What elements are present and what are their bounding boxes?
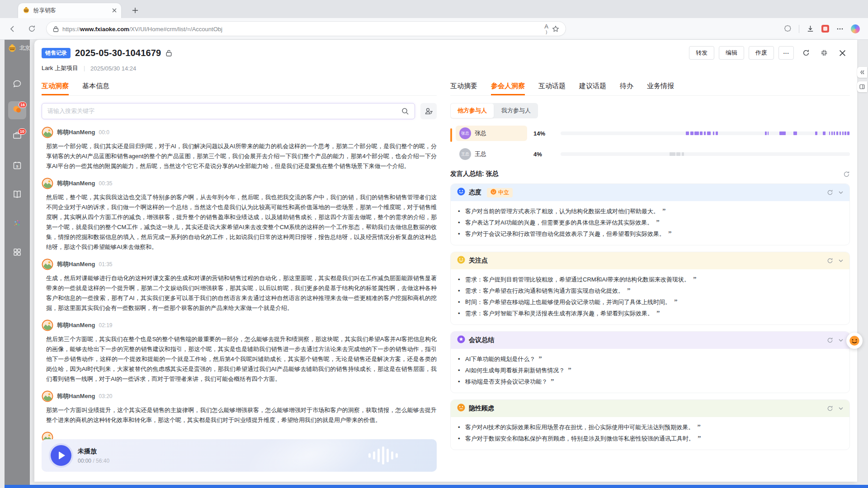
bullet-dot: • — [458, 365, 465, 376]
page-bottom-accent — [5, 485, 868, 488]
record-type-badge: 销售记录 — [42, 48, 71, 58]
card-collapse-icon[interactable] — [839, 259, 843, 262]
speaker-name: 韩萌HanMeng — [57, 260, 95, 268]
sidebar-item-work[interactable]: 10 — [8, 127, 26, 145]
participant-identity[interactable]: 王总王总 — [456, 146, 527, 162]
tab-todo[interactable]: 待办 — [620, 82, 633, 95]
transcript-list[interactable]: 韩萌HanMeng00:0那第一个部分呢，我们其实还是回归到呢，对于AI，我们解… — [42, 127, 437, 465]
collapse-left-icon[interactable] — [857, 67, 867, 78]
timeline-segment — [840, 131, 841, 135]
site-favicon-icon — [23, 6, 30, 15]
card-refresh-icon[interactable] — [827, 337, 833, 343]
insight-bullet: •客户表达了对AI功能的兴趣，但需要更多的具体信息来评估其实际效果。” — [458, 217, 842, 228]
participant-identity[interactable]: 张总张总 — [456, 126, 527, 141]
tab-interaction-topics[interactable]: 互动话题 — [538, 82, 566, 95]
quote-link-icon[interactable]: ” — [693, 276, 697, 283]
transcript-message[interactable]: 韩萌HanMeng03:20那第一个方面叫业绩提升，这个其实还是销售的主旋律啊，… — [42, 390, 437, 425]
card-collapse-icon[interactable] — [839, 407, 843, 410]
bullet-text: 需求：客户希望在行政沟通和销售沟通方面实现自动化提效。” — [465, 285, 631, 296]
talk-timeline[interactable] — [561, 152, 850, 156]
card-collapse-icon[interactable] — [839, 339, 843, 342]
card-actions — [827, 258, 843, 264]
copilot-icon[interactable] — [851, 24, 860, 33]
edit-button[interactable]: 编辑 — [719, 46, 744, 60]
talk-timeline[interactable] — [561, 131, 850, 135]
transcript-message[interactable]: 韩萌HanMeng02:19然后第三个方面呢，其实我们在整个也是S的整个销售端的… — [42, 319, 437, 384]
book-icon — [12, 189, 22, 199]
transcript-message[interactable]: 韩萌HanMeng00:0那第一个部分呢，我们其实还是回归到呢，对于AI，我们解… — [42, 127, 437, 171]
assistant-float-button[interactable] — [846, 333, 863, 349]
back-icon[interactable] — [6, 23, 19, 35]
toggle-other-side[interactable]: 他方参与人 — [450, 103, 494, 118]
tab-close-icon[interactable] — [112, 7, 117, 14]
favorite-star-icon[interactable] — [552, 25, 559, 33]
speaker-filter-button[interactable] — [420, 103, 437, 119]
sidebar-item-messages[interactable] — [8, 75, 26, 93]
quote-link-icon[interactable]: ” — [551, 378, 554, 385]
sidebar-item-calendar[interactable]: 5 — [8, 156, 26, 174]
quote-link-icon[interactable]: ” — [538, 355, 542, 362]
browser-menu-icon[interactable] — [836, 25, 844, 33]
toggle-our-side[interactable]: 我方参与人 — [494, 103, 538, 118]
left-nav-rail: 北京 16 10 5 — [5, 40, 30, 485]
participant-row[interactable]: 王总王总4% — [456, 146, 850, 162]
transcript-message[interactable]: 韩萌HanMeng01:35生成，然后对课能够进行自动化的这种对课文案的生成和对… — [42, 258, 437, 313]
bullet-dot: • — [458, 228, 465, 239]
search-icon[interactable] — [401, 108, 409, 117]
participant-row[interactable]: 张总张总14% — [456, 126, 850, 141]
extension-icon[interactable] — [821, 25, 829, 33]
refresh-icon[interactable] — [800, 47, 812, 59]
bullet-text: 客户对当前的管理方式表示了粗放，认为结构化数据生成对他们帮助最大。” — [465, 206, 666, 217]
sidebar-item-apps[interactable] — [8, 243, 26, 261]
quote-link-icon[interactable]: ” — [674, 298, 678, 305]
quote-link-icon[interactable]: ” — [568, 366, 571, 374]
search-input[interactable]: 请输入搜索关键字 — [42, 103, 415, 119]
card-header: 隐性顾虑 — [451, 400, 849, 417]
collections-icon[interactable] — [784, 25, 792, 33]
tab-interaction-insight[interactable]: 互动洞察 — [42, 82, 69, 95]
card-refresh-icon[interactable] — [827, 258, 833, 264]
insight-tabs: 互动摘要参会人洞察互动话题建议话题待办业务情报 — [450, 78, 850, 96]
summary-refresh-icon[interactable] — [843, 171, 850, 178]
card-title: 会议总结 — [469, 336, 494, 344]
new-tab-button[interactable] — [129, 5, 141, 16]
quote-link-icon[interactable]: ” — [697, 423, 701, 431]
tab-business-intel[interactable]: 业务情报 — [647, 82, 674, 95]
insight-bullet: •移动端是否支持会议记录功能？” — [458, 376, 842, 387]
site-security-icon[interactable] — [53, 26, 59, 32]
browser-tab[interactable]: 纷享销客 — [18, 3, 121, 18]
insight-bullet: •AI如何生成每周看板并刷新销售情况？” — [458, 365, 842, 376]
quote-link-icon[interactable]: ” — [668, 230, 672, 237]
sidebar-item-crm[interactable]: 16 — [8, 101, 26, 119]
address-bar[interactable]: https://www.fxiaoke.com/XV/UI/Home#crm/l… — [46, 21, 566, 36]
timeline-segment — [836, 131, 838, 135]
card-refresh-icon[interactable] — [827, 189, 833, 196]
quote-link-icon[interactable]: ” — [656, 219, 660, 226]
collapse-icon[interactable] — [818, 47, 830, 59]
side-panel-icon[interactable] — [857, 81, 867, 92]
sidebar-item-ai[interactable] — [8, 214, 26, 232]
more-actions-button[interactable]: ··· — [778, 46, 794, 60]
forward-button[interactable]: 转发 — [689, 46, 714, 60]
quote-link-icon[interactable]: ” — [627, 287, 631, 294]
tab-basic-info[interactable]: 基本信息 — [82, 82, 109, 95]
quote-link-icon[interactable]: ” — [698, 435, 701, 442]
downloads-icon[interactable] — [807, 25, 814, 33]
tab-participant-insight[interactable]: 参会人洞察 — [491, 82, 525, 95]
lock-icon[interactable] — [165, 49, 172, 56]
quote-link-icon[interactable]: ” — [662, 207, 666, 215]
quote-link-icon[interactable]: ” — [656, 310, 660, 317]
close-icon[interactable] — [836, 47, 848, 59]
text-size-icon[interactable]: A) — [544, 23, 548, 34]
reload-icon[interactable] — [25, 23, 38, 35]
card-collapse-icon[interactable] — [839, 191, 843, 194]
transcript-message[interactable]: 韩萌HanMeng00:35然后呢，整个呢，其实我我这边也交流了特别多的客户啊，… — [42, 178, 437, 252]
card-header: 关注点 — [451, 252, 849, 269]
play-button[interactable] — [51, 445, 71, 466]
tab-suggested-topics[interactable]: 建议话题 — [579, 82, 606, 95]
card-refresh-icon[interactable] — [827, 405, 833, 412]
sidebar-item-knowledge[interactable] — [8, 185, 26, 203]
bullet-text: 时间：客户希望在移动端上也能够使用会议记录功能，并询问了具体上线时间。” — [465, 296, 678, 308]
tab-interaction-summary[interactable]: 互动摘要 — [450, 82, 477, 95]
void-button[interactable]: 作废 — [749, 46, 774, 60]
